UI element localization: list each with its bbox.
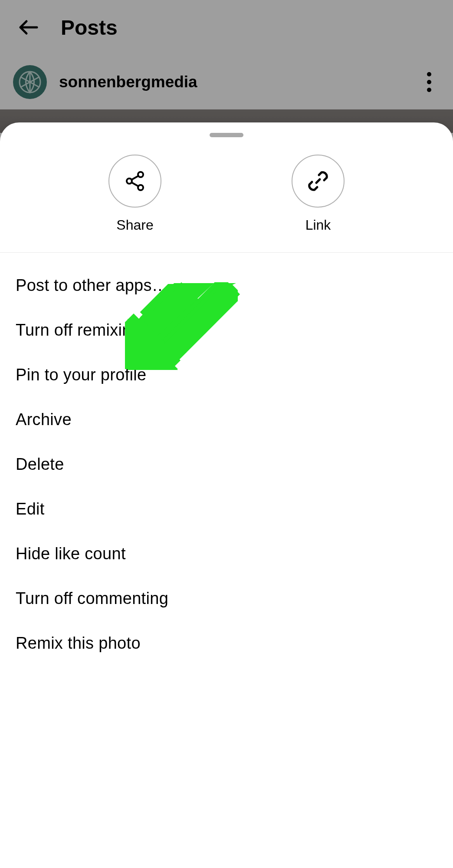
share-icon (123, 169, 147, 193)
post-header-left: sonnenbergmedia (13, 65, 197, 99)
share-label: Share (116, 217, 153, 233)
menu-item-turn-off-commenting[interactable]: Turn off commenting (0, 576, 453, 621)
more-options-button[interactable] (418, 69, 440, 95)
menu-list: Post to other apps… Turn off remixing Pi… (0, 253, 453, 666)
leaf-logo-icon (17, 69, 43, 95)
app-header: Posts (0, 0, 453, 60)
svg-point-2 (427, 72, 431, 76)
link-icon (306, 169, 330, 193)
menu-item-delete[interactable]: Delete (0, 442, 453, 487)
menu-item-edit[interactable]: Edit (0, 487, 453, 531)
share-circle (108, 155, 161, 208)
svg-point-4 (427, 88, 431, 92)
menu-item-archive[interactable]: Archive (0, 397, 453, 442)
avatar[interactable] (13, 65, 47, 99)
action-sheet: Share Link Post to other apps… Turn off … (0, 122, 453, 868)
quick-actions-row: Share Link (0, 137, 453, 253)
link-label: Link (305, 217, 331, 233)
menu-item-post-other-apps[interactable]: Post to other apps… (0, 263, 453, 308)
more-vertical-icon (427, 72, 431, 92)
link-action[interactable]: Link (292, 155, 345, 233)
menu-item-hide-like-count[interactable]: Hide like count (0, 531, 453, 576)
menu-item-turn-off-remixing[interactable]: Turn off remixing (0, 308, 453, 353)
menu-item-remix-photo[interactable]: Remix this photo (0, 621, 453, 666)
arrow-left-icon (16, 15, 40, 40)
svg-point-3 (427, 80, 431, 84)
page-title: Posts (61, 16, 118, 40)
share-action[interactable]: Share (108, 155, 161, 233)
back-button[interactable] (13, 12, 43, 43)
menu-item-pin-profile[interactable]: Pin to your profile (0, 353, 453, 397)
username[interactable]: sonnenbergmedia (59, 73, 197, 91)
link-circle (292, 155, 345, 208)
post-header: sonnenbergmedia (0, 60, 453, 109)
drag-handle[interactable] (210, 133, 243, 137)
